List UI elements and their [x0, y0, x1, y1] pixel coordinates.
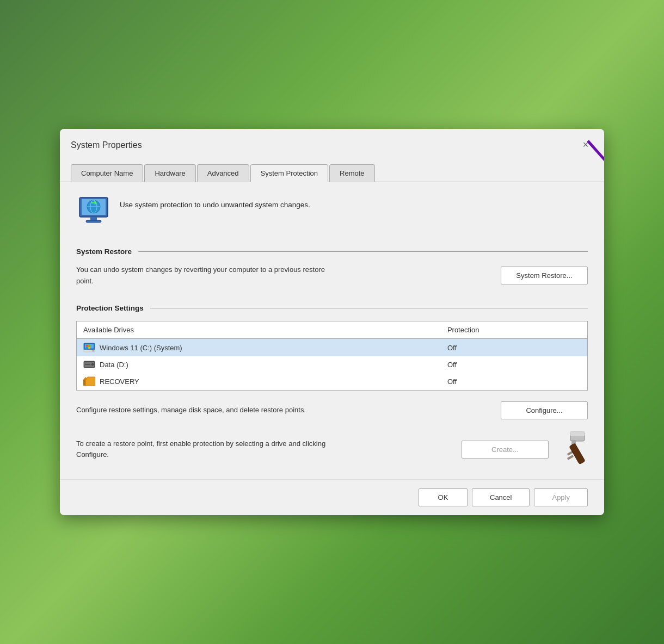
svg-rect-21 — [85, 364, 90, 365]
svg-rect-5 — [90, 217, 97, 220]
tabs-container: Computer Name Hardware Advanced System P… — [60, 157, 604, 182]
drive-cell: Windows 11 (C:) (System) — [77, 339, 441, 357]
table-row[interactable]: Data (D:) Off — [77, 356, 588, 373]
configure-row: Configure restore settings, manage disk … — [76, 401, 588, 419]
create-button[interactable]: Create... — [462, 441, 549, 459]
svg-line-8 — [588, 141, 604, 205]
drive-recovery-icon — [83, 376, 95, 386]
svg-marker-23 — [83, 380, 85, 386]
restore-btn-area: System Restore... — [501, 267, 588, 284]
svg-marker-22 — [85, 377, 95, 386]
tab-system-protection[interactable]: System Protection — [250, 164, 329, 182]
col-drives: Available Drives — [77, 321, 441, 339]
section-divider — [138, 251, 588, 252]
create-description: To create a restore point, first enable … — [76, 438, 337, 461]
tab-hardware[interactable]: Hardware — [144, 164, 195, 182]
col-protection: Protection — [441, 321, 588, 339]
system-restore-button[interactable]: System Restore... — [501, 267, 588, 284]
system-restore-header: System Restore — [76, 247, 588, 256]
system-properties-dialog: System Properties × Computer Name Hardwa… — [60, 129, 604, 516]
protection-cell: Off — [441, 373, 588, 391]
svg-rect-6 — [86, 220, 101, 222]
protection-cell: Off — [441, 356, 588, 373]
drive-cell: Data (D:) — [77, 356, 441, 373]
computer-icon — [76, 195, 111, 232]
system-restore-title: System Restore — [76, 247, 132, 256]
drive-d-icon — [83, 360, 95, 369]
svg-point-20 — [92, 364, 93, 365]
protection-cell: Off — [441, 339, 588, 357]
title-bar: System Properties × — [60, 129, 604, 153]
section-divider-2 — [150, 308, 588, 308]
protection-settings-header: Protection Settings — [76, 304, 588, 312]
tab-remote[interactable]: Remote — [329, 164, 375, 182]
tab-content: Use system protection to undo unwanted s… — [60, 182, 604, 480]
restore-description: You can undo system changes by reverting… — [76, 264, 337, 287]
svg-rect-29 — [567, 451, 574, 456]
svg-point-16 — [93, 350, 94, 351]
hammer-icon — [555, 430, 588, 468]
protection-settings-title: Protection Settings — [76, 304, 144, 312]
tab-advanced[interactable]: Advanced — [197, 164, 249, 182]
drive-cell: RECOVERY — [77, 373, 441, 391]
svg-rect-30 — [567, 455, 574, 460]
info-row-wrapper: Use system protection to undo unwanted s… — [76, 195, 588, 232]
svg-rect-26 — [570, 431, 585, 436]
ok-button[interactable]: OK — [419, 488, 468, 506]
create-right: Create... — [462, 430, 588, 468]
info-description: Use system protection to undo unwanted s… — [120, 195, 310, 210]
table-row[interactable]: Windows 11 (C:) (System) Off — [77, 339, 588, 357]
configure-description: Configure restore settings, manage disk … — [76, 405, 306, 416]
svg-rect-11 — [86, 345, 88, 347]
info-row: Use system protection to undo unwanted s… — [76, 195, 588, 232]
svg-rect-12 — [88, 345, 90, 347]
tab-computer-name[interactable]: Computer Name — [71, 164, 143, 182]
arrow-indicator — [577, 130, 604, 217]
restore-section: You can undo system changes by reverting… — [76, 264, 588, 289]
drives-table: Available Drives Protection — [76, 321, 588, 391]
configure-button[interactable]: Configure... — [501, 401, 588, 419]
drive-c-icon — [83, 343, 95, 352]
apply-button[interactable]: Apply — [534, 488, 588, 506]
svg-rect-14 — [88, 347, 90, 349]
table-row[interactable]: RECOVERY Off — [77, 373, 588, 391]
create-row: To create a restore point, first enable … — [76, 430, 588, 468]
svg-rect-13 — [86, 347, 88, 349]
cancel-button[interactable]: Cancel — [472, 488, 530, 506]
dialog-title: System Properties — [71, 140, 142, 150]
dialog-footer: OK Cancel Apply — [60, 479, 604, 515]
svg-rect-28 — [569, 443, 585, 465]
